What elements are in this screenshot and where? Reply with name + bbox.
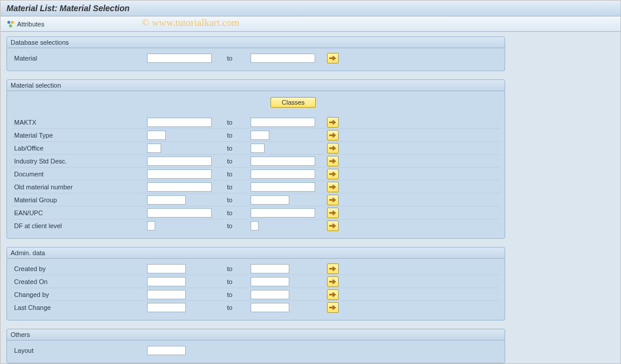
arrow-right-icon xyxy=(329,171,336,177)
selection-field-to-input[interactable] xyxy=(251,221,259,231)
admin-field-from-input[interactable] xyxy=(147,303,186,312)
admin-field-to-input[interactable] xyxy=(251,290,289,299)
to-label: to xyxy=(227,55,241,62)
material-to-input[interactable] xyxy=(251,54,315,63)
selection-field-row: Lab/Officeto xyxy=(12,142,500,155)
selection-field-to-input[interactable] xyxy=(251,182,315,192)
selection-field-row: DF at client levelto xyxy=(12,219,500,232)
selection-field-multiselect-button[interactable] xyxy=(327,130,339,141)
selection-field-label: Old material number xyxy=(12,183,147,191)
arrow-right-icon xyxy=(329,223,336,229)
attributes-button[interactable]: Attributes xyxy=(4,20,46,28)
admin-field-multiselect-button[interactable] xyxy=(327,276,339,287)
attributes-label: Attributes xyxy=(17,21,44,28)
admin-field-multiselect-button[interactable] xyxy=(327,302,339,313)
selection-field-from-input[interactable] xyxy=(147,208,212,218)
selection-field-to-input[interactable] xyxy=(251,143,265,153)
admin-field-from-input[interactable] xyxy=(147,264,186,273)
arrow-right-icon xyxy=(329,266,336,272)
selection-field-label: Material Group xyxy=(12,196,147,203)
selection-field-from-input[interactable] xyxy=(147,156,212,166)
selection-field-multiselect-button[interactable] xyxy=(327,169,339,179)
selection-field-row: Material Groupto xyxy=(12,193,500,206)
toolbar: Attributes xyxy=(1,16,620,32)
to-label: to xyxy=(227,132,241,139)
selection-field-label: Material Type xyxy=(12,132,147,139)
selection-field-row: MAKTXto xyxy=(12,116,500,129)
selection-field-multiselect-button[interactable] xyxy=(327,208,339,218)
attributes-icon xyxy=(6,20,15,28)
admin-field-multiselect-button[interactable] xyxy=(327,289,339,300)
selection-field-to-input[interactable] xyxy=(251,156,315,166)
admin-field-from-input[interactable] xyxy=(147,277,186,286)
to-label: to xyxy=(227,265,241,272)
arrow-right-icon xyxy=(329,132,336,138)
to-label: to xyxy=(227,291,241,298)
selection-field-from-input[interactable] xyxy=(147,221,155,231)
selection-field-label: MAKTX xyxy=(12,119,147,126)
admin-field-label: Created On xyxy=(12,278,147,285)
group-others: Others Layout xyxy=(6,329,505,363)
material-multiselect-button[interactable] xyxy=(327,53,339,64)
arrow-right-icon xyxy=(329,279,336,285)
admin-field-row: Last Changeto xyxy=(12,301,500,314)
selection-field-to-input[interactable] xyxy=(251,208,315,218)
selection-field-row: Old material numberto xyxy=(12,181,500,193)
group-admin-data: Admin. data Created bytoCreated OntoChan… xyxy=(6,247,505,320)
group-database-selections: Database selections Material to xyxy=(6,36,505,71)
selection-field-from-input[interactable] xyxy=(147,118,212,127)
selection-field-to-input[interactable] xyxy=(251,118,315,127)
selection-field-label: Industry Std Desc. xyxy=(12,158,147,165)
selection-field-from-input[interactable] xyxy=(147,169,212,179)
admin-field-label: Created by xyxy=(12,265,147,272)
svg-point-2 xyxy=(9,24,12,27)
selection-field-to-input[interactable] xyxy=(251,131,269,140)
to-label: to xyxy=(227,278,241,285)
admin-field-from-input[interactable] xyxy=(147,290,186,299)
arrow-right-icon xyxy=(329,292,336,298)
admin-field-multiselect-button[interactable] xyxy=(327,263,339,274)
arrow-right-icon xyxy=(329,158,336,164)
arrow-right-icon xyxy=(329,184,336,190)
to-label: to xyxy=(227,145,241,152)
selection-field-multiselect-button[interactable] xyxy=(327,182,339,192)
selection-field-label: Document xyxy=(12,171,147,178)
selection-field-multiselect-button[interactable] xyxy=(327,143,339,153)
arrow-right-icon xyxy=(329,145,336,151)
group-header-others: Others xyxy=(7,329,505,340)
selection-field-multiselect-button[interactable] xyxy=(327,117,339,128)
selection-field-row: Industry Std Desc.to xyxy=(12,155,500,168)
selection-field-multiselect-button[interactable] xyxy=(327,156,339,166)
selection-field-from-input[interactable] xyxy=(147,131,166,140)
arrow-right-icon xyxy=(329,210,336,216)
row-material: Material to xyxy=(12,52,500,65)
classes-button[interactable]: Classes xyxy=(271,97,316,108)
admin-field-to-input[interactable] xyxy=(251,303,289,312)
layout-label: Layout xyxy=(12,347,147,354)
selection-field-from-input[interactable] xyxy=(147,182,212,192)
to-label: to xyxy=(227,119,241,126)
svg-point-0 xyxy=(8,21,11,24)
group-material-selection: Material selection Classes MAKTXtoMateri… xyxy=(6,79,505,239)
selection-field-row: EAN/UPCto xyxy=(12,206,500,219)
classes-row: Classes xyxy=(12,95,500,116)
selection-field-to-input[interactable] xyxy=(251,195,289,205)
admin-field-to-input[interactable] xyxy=(251,277,289,286)
admin-field-label: Last Change xyxy=(12,304,147,311)
material-from-input[interactable] xyxy=(147,54,212,63)
selection-field-from-input[interactable] xyxy=(147,143,161,153)
selection-field-to-input[interactable] xyxy=(251,169,315,179)
page-title: Material List: Material Selection xyxy=(1,1,620,16)
selection-field-from-input[interactable] xyxy=(147,195,186,205)
admin-field-to-input[interactable] xyxy=(251,264,289,273)
selection-field-row: Documentto xyxy=(12,168,500,181)
group-header-database: Database selections xyxy=(7,37,505,48)
arrow-right-icon xyxy=(329,119,336,125)
admin-field-row: Created Onto xyxy=(12,275,500,288)
selection-field-multiselect-button[interactable] xyxy=(327,221,339,231)
group-header-material-selection: Material selection xyxy=(7,80,505,91)
layout-input[interactable] xyxy=(147,346,186,355)
selection-field-multiselect-button[interactable] xyxy=(327,195,339,205)
selection-field-label: Lab/Office xyxy=(12,145,147,152)
selection-field-label: EAN/UPC xyxy=(12,209,147,216)
